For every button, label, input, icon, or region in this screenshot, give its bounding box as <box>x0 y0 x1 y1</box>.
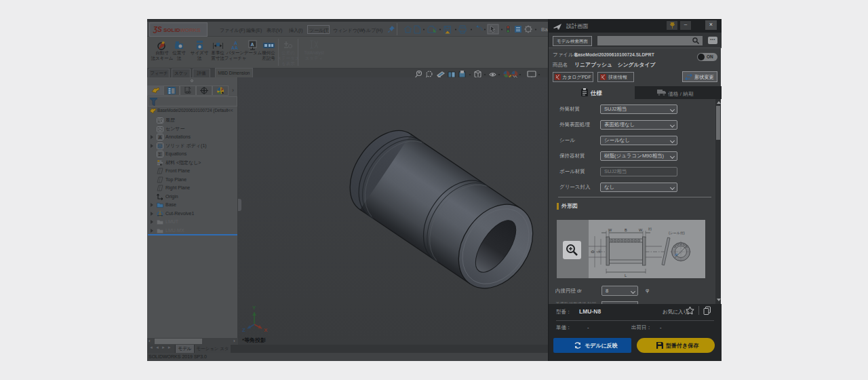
svg-text:(シール付): (シール付) <box>669 231 685 235</box>
svg-text:D: D <box>591 250 595 253</box>
svg-text:(r): (r) <box>648 227 652 231</box>
svg-text:W: W <box>608 228 612 232</box>
svg-text:A: A <box>159 135 162 140</box>
svg-text:A: A <box>234 41 237 45</box>
svg-text:AA: AA <box>231 45 238 50</box>
svg-text:A: A <box>251 42 254 47</box>
svg-text:D₁: D₁ <box>597 250 601 253</box>
svg-text:Z: Z <box>242 327 245 333</box>
svg-text:Σ: Σ <box>159 151 162 157</box>
svg-text:B: B <box>625 228 627 232</box>
svg-text:X: X <box>264 327 268 333</box>
svg-text:W: W <box>639 228 643 232</box>
svg-text:L: L <box>625 273 627 278</box>
svg-text:Y: Y <box>252 305 256 311</box>
